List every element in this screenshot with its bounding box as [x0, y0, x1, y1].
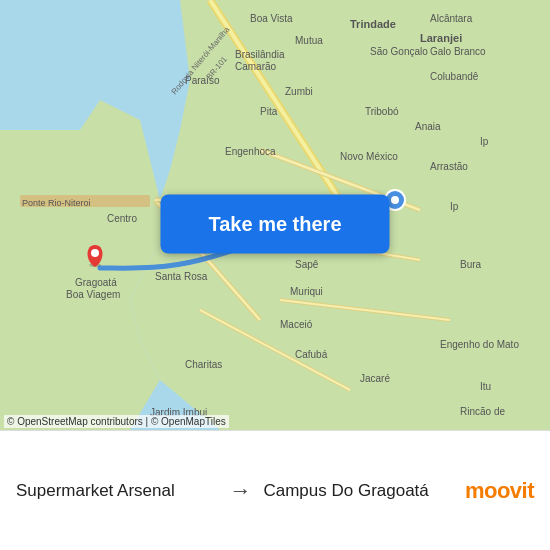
- svg-text:Bura: Bura: [460, 259, 482, 270]
- svg-text:Maceió: Maceió: [280, 319, 313, 330]
- svg-text:Muriqui: Muriqui: [290, 286, 323, 297]
- svg-text:São Gonçalo: São Gonçalo: [370, 46, 428, 57]
- svg-text:Brasilândia: Brasilândia: [235, 49, 285, 60]
- svg-text:Boa Viagem: Boa Viagem: [66, 289, 120, 300]
- svg-text:Rincão de: Rincão de: [460, 406, 505, 417]
- svg-text:Galo Branco: Galo Branco: [430, 46, 486, 57]
- svg-text:Boa Vista: Boa Vista: [250, 13, 293, 24]
- route-info: Supermarket Arsenal → Campus Do Gragoatá: [16, 478, 465, 504]
- svg-text:Anaia: Anaia: [415, 121, 441, 132]
- map-attribution: © OpenStreetMap contributors | © OpenMap…: [4, 415, 229, 428]
- svg-text:Laranjei: Laranjei: [420, 32, 462, 44]
- destination-label: Campus Do Gragoatá: [263, 481, 464, 501]
- moovit-brand-text: moovit: [465, 478, 534, 504]
- map-container: Ponte Rio-Niteroi Trindade Laranjei Alcâ…: [0, 0, 550, 430]
- svg-text:Mutua: Mutua: [295, 35, 323, 46]
- svg-text:Centro: Centro: [107, 213, 137, 224]
- svg-text:Camarão: Camarão: [235, 61, 277, 72]
- svg-text:Zumbi: Zumbi: [285, 86, 313, 97]
- svg-text:Pita: Pita: [260, 106, 278, 117]
- svg-text:Cafubá: Cafubá: [295, 349, 328, 360]
- svg-text:Itu: Itu: [480, 381, 491, 392]
- svg-point-61: [91, 249, 99, 257]
- moovit-logo: moovit: [465, 478, 534, 504]
- svg-text:Alcântara: Alcântara: [430, 13, 473, 24]
- svg-text:Jacaré: Jacaré: [360, 373, 390, 384]
- svg-text:Novo México: Novo México: [340, 151, 398, 162]
- svg-point-59: [391, 196, 399, 204]
- arrow-icon: →: [229, 478, 251, 504]
- svg-text:Gragoatá: Gragoatá: [75, 277, 117, 288]
- svg-text:Charitas: Charitas: [185, 359, 222, 370]
- app: Ponte Rio-Niteroi Trindade Laranjei Alcâ…: [0, 0, 550, 550]
- bottom-bar: Supermarket Arsenal → Campus Do Gragoatá…: [0, 430, 550, 550]
- svg-text:Ponte Rio-Niteroi: Ponte Rio-Niteroi: [22, 198, 91, 208]
- origin-label: Supermarket Arsenal: [16, 481, 217, 501]
- svg-marker-2: [0, 100, 170, 430]
- svg-text:Colubandê: Colubandê: [430, 71, 479, 82]
- svg-text:Trindade: Trindade: [350, 18, 396, 30]
- svg-text:Ip: Ip: [480, 136, 489, 147]
- svg-text:Engenhoca: Engenhoca: [225, 146, 276, 157]
- svg-text:Sapê: Sapê: [295, 259, 319, 270]
- svg-text:Arrastão: Arrastão: [430, 161, 468, 172]
- svg-text:Ip: Ip: [450, 201, 459, 212]
- svg-text:Santa Rosa: Santa Rosa: [155, 271, 208, 282]
- take-me-there-button[interactable]: Take me there: [160, 194, 389, 253]
- svg-text:Engenho do Mato: Engenho do Mato: [440, 339, 519, 350]
- svg-text:Tribobó: Tribobó: [365, 106, 399, 117]
